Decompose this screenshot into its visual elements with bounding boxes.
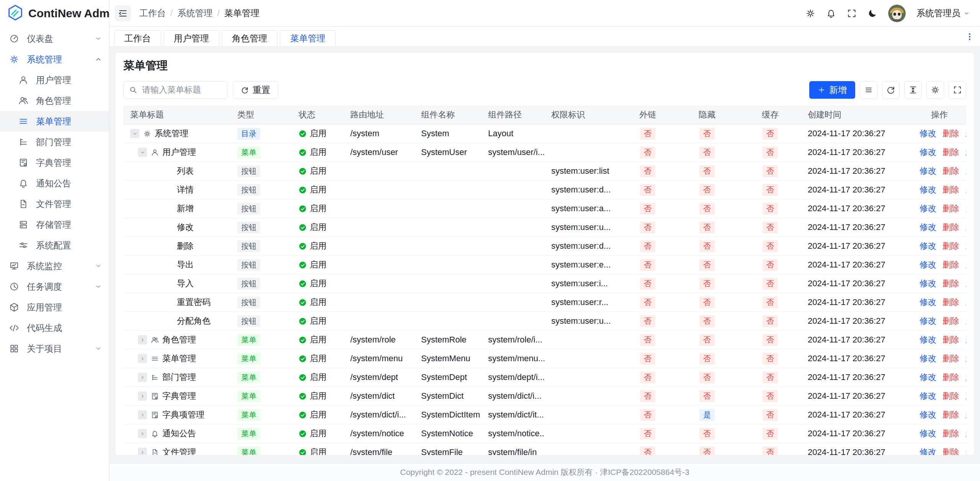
expand-row-button[interactable] (138, 373, 147, 382)
modify-link[interactable]: 修改 (920, 334, 936, 346)
add-link[interactable]: 新增 (965, 147, 966, 158)
sidebar-collapse-button[interactable] (115, 5, 131, 21)
modify-link[interactable]: 修改 (920, 165, 936, 177)
add-link[interactable]: 新增 (965, 447, 966, 455)
modify-link[interactable]: 修改 (920, 184, 936, 196)
modify-link[interactable]: 修改 (920, 128, 936, 139)
add-button[interactable]: 新增 (809, 81, 855, 99)
add-link[interactable]: 新增 (965, 372, 966, 383)
tab-1[interactable]: 用户管理 (163, 30, 219, 46)
modify-link[interactable]: 修改 (920, 315, 936, 327)
sidebar-item-7[interactable]: 通知公告 (0, 173, 109, 194)
row-height-button[interactable] (904, 81, 922, 99)
modify-link[interactable]: 修改 (920, 447, 936, 455)
sidebar-item-14[interactable]: 代码生成 (0, 318, 109, 338)
table-fullscreen-button[interactable] (949, 81, 966, 99)
sidebar-item-2[interactable]: 用户管理 (0, 70, 109, 90)
add-link[interactable]: 新增 (965, 390, 966, 402)
tab-2[interactable]: 角色管理 (222, 30, 278, 46)
delete-link[interactable]: 删除 (942, 165, 959, 177)
expand-row-button[interactable] (138, 391, 147, 401)
expand-row-button[interactable] (138, 448, 147, 455)
cell-actions: 修改删除新增 (913, 181, 966, 199)
sidebar-item-10[interactable]: 系统配置 (0, 235, 109, 256)
status-label: 启用 (310, 203, 327, 214)
avatar[interactable] (888, 5, 906, 22)
table-refresh-button[interactable] (882, 81, 900, 99)
modify-link[interactable]: 修改 (920, 222, 936, 233)
tab-3[interactable]: 菜单管理 (280, 30, 336, 46)
modify-link[interactable]: 修改 (920, 409, 936, 421)
delete-link[interactable]: 删除 (942, 240, 959, 252)
collapse-row-button[interactable] (130, 129, 139, 138)
cell-actions: 修改删除新增 (913, 124, 966, 143)
add-link[interactable]: 新增 (965, 334, 966, 346)
sidebar-item-4[interactable]: 菜单管理 (0, 111, 109, 132)
delete-link[interactable]: 删除 (942, 409, 959, 421)
delete-link[interactable]: 删除 (942, 447, 959, 455)
modify-link[interactable]: 修改 (920, 428, 936, 439)
sidebar-item-0[interactable]: 仪表盘 (0, 28, 109, 49)
cell-type: 按钮 (230, 162, 292, 180)
sidebar-item-1[interactable]: 系统管理 (0, 49, 109, 70)
delete-link[interactable]: 删除 (942, 372, 959, 383)
breadcrumb-item[interactable]: 系统管理 (177, 7, 212, 19)
delete-link[interactable]: 删除 (942, 390, 959, 402)
delete-link[interactable]: 删除 (942, 334, 959, 346)
delete-link[interactable]: 删除 (942, 222, 959, 233)
user-menu[interactable]: 系统管理员 (916, 7, 970, 19)
delete-link[interactable]: 删除 (942, 184, 959, 196)
modify-link[interactable]: 修改 (920, 240, 936, 252)
expand-row-button[interactable] (138, 335, 147, 344)
sidebar-item-11[interactable]: 系统监控 (0, 256, 109, 276)
expand-row-button[interactable] (138, 354, 147, 363)
add-link[interactable]: 新增 (965, 353, 966, 364)
sidebar-item-12[interactable]: 任务调度 (0, 276, 109, 297)
expand-row-button[interactable] (138, 410, 147, 419)
list-view-button[interactable] (860, 81, 877, 99)
add-link[interactable]: 新增 (965, 428, 966, 439)
modify-link[interactable]: 修改 (920, 390, 936, 402)
delete-link[interactable]: 删除 (942, 278, 959, 289)
sidebar-item-8[interactable]: 文件管理 (0, 194, 109, 214)
tab-0[interactable]: 工作台 (114, 30, 161, 46)
delete-link[interactable]: 删除 (942, 128, 959, 139)
breadcrumb-item[interactable]: 菜单管理 (224, 7, 260, 19)
delete-link[interactable]: 删除 (942, 315, 959, 327)
modify-link[interactable]: 修改 (920, 147, 936, 158)
logo[interactable]: ContiNew Admin (0, 0, 109, 27)
tab-more-button[interactable] (965, 32, 975, 42)
expand-row-button[interactable] (138, 429, 147, 438)
cache-badge: 否 (763, 428, 778, 440)
modify-link[interactable]: 修改 (920, 259, 936, 271)
sidebar-item-15[interactable]: 关于项目 (0, 338, 109, 359)
collapse-row-button[interactable] (138, 148, 147, 157)
cell-hidden: 否 (675, 443, 740, 455)
search-input[interactable] (141, 85, 222, 95)
modify-link[interactable]: 修改 (920, 203, 936, 214)
modify-link[interactable]: 修改 (920, 353, 936, 364)
sidebar-item-5[interactable]: 部门管理 (0, 132, 109, 152)
settings-icon[interactable] (805, 8, 815, 18)
delete-link[interactable]: 删除 (942, 259, 959, 271)
sidebar-item-13[interactable]: 应用管理 (0, 297, 109, 318)
modify-link[interactable]: 修改 (920, 372, 936, 383)
delete-link[interactable]: 删除 (942, 297, 959, 308)
delete-link[interactable]: 删除 (942, 353, 959, 364)
column-settings-button[interactable] (926, 81, 944, 99)
delete-link[interactable]: 删除 (942, 203, 959, 214)
delete-link[interactable]: 删除 (942, 428, 959, 439)
moon-icon[interactable] (867, 8, 877, 18)
add-link[interactable]: 新增 (965, 409, 966, 421)
sidebar-item-3[interactable]: 角色管理 (0, 90, 109, 111)
modify-link[interactable]: 修改 (920, 297, 936, 308)
sidebar-item-6[interactable]: 字典管理 (0, 152, 109, 173)
delete-link[interactable]: 删除 (942, 147, 959, 158)
add-link[interactable]: 新增 (965, 128, 966, 139)
modify-link[interactable]: 修改 (920, 278, 936, 289)
fullscreen-icon[interactable] (847, 8, 857, 18)
breadcrumb-item[interactable]: 工作台 (139, 7, 166, 19)
bell-icon[interactable] (826, 8, 836, 18)
reset-button[interactable]: 重置 (233, 81, 278, 99)
sidebar-item-9[interactable]: 存储管理 (0, 214, 109, 235)
